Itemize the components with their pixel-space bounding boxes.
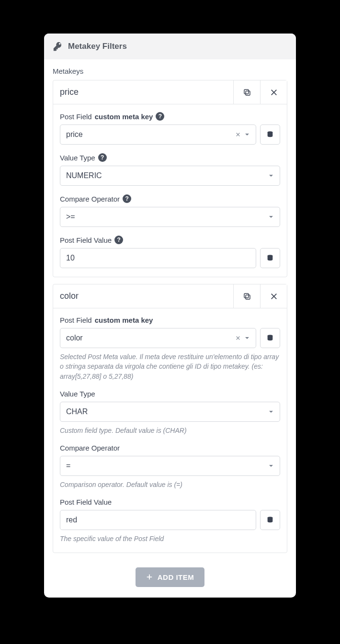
field-label: Post Field Value ? bbox=[60, 236, 280, 244]
field-post-value: Post Field Value ? 10 bbox=[60, 236, 280, 268]
value-type-select[interactable]: CHAR bbox=[60, 402, 280, 422]
dynamic-data-button[interactable] bbox=[260, 124, 280, 145]
copy-button[interactable] bbox=[233, 284, 260, 308]
svg-rect-1 bbox=[244, 90, 249, 94]
metakey-item: color Post Field custom m bbox=[53, 284, 287, 553]
label-text: Post Field Value bbox=[60, 498, 112, 506]
label-text: Post Field Value bbox=[60, 236, 112, 244]
chevron-down-icon bbox=[244, 335, 250, 341]
delete-button[interactable] bbox=[260, 284, 287, 308]
item-title: price bbox=[53, 80, 233, 104]
value-type-select[interactable]: NUMERIC bbox=[60, 166, 280, 186]
help-icon[interactable]: ? bbox=[114, 236, 123, 244]
svg-rect-4 bbox=[246, 295, 250, 299]
chevron-down-icon bbox=[268, 214, 274, 220]
field-label: Post Field custom meta key bbox=[60, 316, 280, 324]
field-compare: Compare Operator ? >= bbox=[60, 194, 280, 227]
help-icon[interactable]: ? bbox=[156, 112, 164, 121]
section-label: Metakeys bbox=[53, 67, 287, 75]
label-text: Compare Operator bbox=[60, 195, 120, 203]
metakey-select[interactable]: color bbox=[60, 328, 256, 348]
metakeys-section: Metakeys price bbox=[44, 59, 296, 565]
field-label: Value Type bbox=[60, 390, 280, 398]
field-compare: Compare Operator = Comparison operator. … bbox=[60, 444, 280, 489]
label-text: Value Type bbox=[60, 390, 95, 398]
database-icon bbox=[266, 254, 274, 262]
item-body: Post Field custom meta key color bbox=[53, 308, 287, 553]
post-value-input[interactable]: 10 bbox=[60, 248, 256, 268]
chevron-down-icon bbox=[268, 463, 274, 469]
label-bold: custom meta key bbox=[95, 113, 153, 121]
panel-header: Metakey Filters bbox=[44, 34, 296, 59]
label-text: Post Field bbox=[60, 316, 92, 324]
database-icon bbox=[266, 334, 274, 342]
select-value: >= bbox=[66, 213, 268, 221]
copy-button[interactable] bbox=[233, 80, 260, 104]
close-icon bbox=[270, 293, 278, 300]
label-text: Value Type bbox=[60, 154, 95, 162]
item-header: price bbox=[53, 80, 287, 104]
field-label: Compare Operator bbox=[60, 444, 280, 452]
field-metakey: Post Field custom meta key ? price bbox=[60, 112, 280, 145]
item-title: color bbox=[53, 284, 233, 308]
database-icon bbox=[266, 516, 274, 524]
field-label: Post Field Value bbox=[60, 498, 280, 506]
add-item-button[interactable]: ADD ITEM bbox=[136, 567, 205, 587]
select-value: NUMERIC bbox=[66, 171, 268, 180]
item-body: Post Field custom meta key ? price bbox=[53, 104, 287, 277]
input-value: 10 bbox=[66, 254, 250, 262]
chevron-down-icon bbox=[244, 132, 250, 137]
field-metakey: Post Field custom meta key color bbox=[60, 316, 280, 381]
metakey-select[interactable]: price bbox=[60, 124, 256, 145]
add-item-label: ADD ITEM bbox=[158, 573, 194, 581]
post-value-input[interactable]: red bbox=[60, 510, 256, 530]
field-hint: The specific value of the Post Field bbox=[60, 534, 280, 543]
field-post-value: Post Field Value red The specific value … bbox=[60, 498, 280, 543]
clear-icon[interactable] bbox=[236, 336, 240, 340]
dynamic-data-button[interactable] bbox=[260, 328, 280, 348]
item-header: color bbox=[53, 284, 287, 308]
field-label: Value Type ? bbox=[60, 153, 280, 162]
help-icon[interactable]: ? bbox=[98, 153, 107, 162]
copy-icon bbox=[243, 88, 251, 97]
select-value: = bbox=[66, 462, 268, 470]
help-icon[interactable]: ? bbox=[123, 194, 131, 203]
svg-rect-0 bbox=[246, 91, 250, 95]
select-value: color bbox=[66, 334, 236, 342]
field-label: Post Field custom meta key ? bbox=[60, 112, 280, 121]
chevron-down-icon bbox=[268, 409, 274, 415]
field-hint: Custom field type. Default value is (CHA… bbox=[60, 426, 280, 435]
select-value: CHAR bbox=[66, 407, 268, 416]
field-value-type: Value Type ? NUMERIC bbox=[60, 153, 280, 186]
metakey-item: price Post Field custom m bbox=[53, 80, 287, 277]
svg-rect-5 bbox=[244, 294, 249, 298]
add-item-row: ADD ITEM bbox=[44, 565, 296, 598]
compare-select[interactable]: >= bbox=[60, 207, 280, 227]
input-value: red bbox=[66, 516, 250, 524]
copy-icon bbox=[243, 292, 251, 301]
dynamic-data-button[interactable] bbox=[260, 248, 280, 268]
label-text: Compare Operator bbox=[60, 444, 120, 452]
field-hint: Selected Post Meta value. Il meta deve r… bbox=[60, 352, 280, 381]
metakey-filters-panel: Metakey Filters Metakeys price bbox=[44, 34, 296, 598]
panel-title: Metakey Filters bbox=[68, 42, 127, 51]
field-label: Compare Operator ? bbox=[60, 194, 280, 203]
delete-button[interactable] bbox=[260, 80, 287, 104]
chevron-down-icon bbox=[268, 173, 274, 179]
plus-icon bbox=[146, 574, 153, 580]
key-icon bbox=[53, 41, 63, 52]
field-value-type: Value Type CHAR Custom field type. Defau… bbox=[60, 390, 280, 435]
close-icon bbox=[270, 89, 278, 96]
dynamic-data-button[interactable] bbox=[260, 510, 280, 530]
database-icon bbox=[266, 131, 274, 138]
field-hint: Comparison operator. Default value is (=… bbox=[60, 480, 280, 489]
label-bold: custom meta key bbox=[95, 316, 153, 324]
compare-select[interactable]: = bbox=[60, 456, 280, 476]
select-value: price bbox=[66, 130, 236, 139]
clear-icon[interactable] bbox=[236, 132, 240, 137]
label-text: Post Field bbox=[60, 113, 92, 121]
